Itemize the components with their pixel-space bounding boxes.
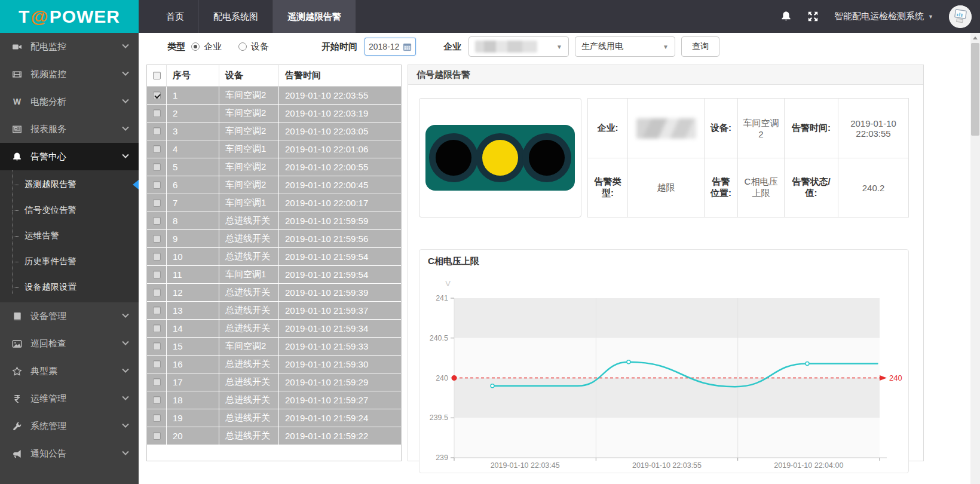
caret-down-icon: ▼ bbox=[663, 44, 669, 50]
logo-text-prefix: T bbox=[19, 7, 30, 27]
cell-device: 车间空调1 bbox=[219, 140, 278, 158]
table-row[interactable]: 11车间空调12019-01-10 21:59:54 bbox=[147, 266, 401, 283]
table-row[interactable]: 18总进线开关2019-01-10 21:59:27 bbox=[147, 391, 401, 409]
brand-logo[interactable]: T@POWER bbox=[0, 0, 139, 33]
sidebar-subitem-1[interactable]: 信号变位告警 bbox=[0, 197, 139, 223]
table-row[interactable]: 7车间空调12019-01-10 22:00:17 bbox=[147, 194, 401, 212]
scrollbar-thumb[interactable] bbox=[971, 43, 979, 136]
cell-no: 3 bbox=[166, 122, 219, 140]
system-title-label: 智能配电运检检测系统 bbox=[834, 11, 924, 22]
sidebar-subitem-3[interactable]: 历史事件告警 bbox=[0, 249, 139, 274]
sidebar-item-1[interactable]: 视频监控 bbox=[0, 60, 139, 88]
row-checkbox[interactable] bbox=[153, 432, 161, 440]
cell-time: 2019-01-10 21:59:24 bbox=[278, 409, 401, 427]
table-row[interactable]: 4车间空调12019-01-10 22:01:06 bbox=[147, 140, 401, 158]
table-row[interactable]: 19总进线开关2019-01-10 21:59:24 bbox=[147, 409, 401, 427]
sidebar-item-4[interactable]: 告警中心 bbox=[0, 143, 139, 170]
caret-down-icon: ▼ bbox=[556, 44, 562, 50]
row-checkbox[interactable] bbox=[153, 324, 161, 332]
sidebar-item-6[interactable]: 巡回检查 bbox=[0, 330, 139, 357]
row-checkbox[interactable] bbox=[153, 145, 161, 153]
film-icon bbox=[12, 69, 23, 79]
vertical-scrollbar[interactable] bbox=[970, 33, 980, 484]
svg-text:239: 239 bbox=[436, 454, 448, 462]
table-row[interactable]: 14总进线开关2019-01-10 21:59:34 bbox=[147, 320, 401, 337]
table-row[interactable]: 2车间空调22019-01-10 22:03:19 bbox=[147, 105, 401, 122]
table-row[interactable]: 8总进线开关2019-01-10 21:59:59 bbox=[147, 212, 401, 229]
calendar-icon[interactable] bbox=[403, 42, 412, 51]
row-checkbox[interactable] bbox=[153, 199, 161, 207]
traffic-lamp-left bbox=[429, 133, 478, 182]
chevron-down-icon bbox=[122, 394, 128, 400]
sidebar-item-label: 典型票 bbox=[30, 366, 57, 377]
table-row[interactable]: 16总进线开关2019-01-10 21:59:30 bbox=[147, 356, 401, 373]
sidebar-subitem-4[interactable]: 设备越限设置 bbox=[0, 274, 139, 300]
row-checkbox[interactable] bbox=[153, 396, 161, 404]
row-checkbox[interactable] bbox=[153, 307, 161, 314]
table-row[interactable]: 3车间空调22019-01-10 22:03:05 bbox=[147, 122, 401, 140]
cell-no: 13 bbox=[166, 302, 219, 319]
info-device-value: 车间空调2 bbox=[737, 99, 784, 158]
sidebar-subitem-label: 信号变位告警 bbox=[24, 204, 76, 216]
row-checkbox[interactable] bbox=[153, 235, 161, 243]
sidebar-item-5[interactable]: 设备管理 bbox=[0, 302, 139, 330]
cell-time: 2019-01-10 21:59:56 bbox=[278, 230, 401, 247]
table-row[interactable]: 6车间空调22019-01-10 22:00:45 bbox=[147, 176, 401, 194]
table-row[interactable]: 12总进线开关2019-01-10 21:59:39 bbox=[147, 284, 401, 301]
info-type-label: 告警类型: bbox=[588, 158, 627, 217]
sidebar-item-0[interactable]: 配电监控 bbox=[0, 33, 139, 60]
table-row[interactable]: 1车间空调22019-01-10 22:03:55 bbox=[147, 87, 401, 104]
sidebar-item-9[interactable]: 系统管理 bbox=[0, 412, 139, 440]
nav-tab-2[interactable]: 遥测越限告警 bbox=[272, 0, 356, 33]
query-button[interactable]: 查询 bbox=[681, 36, 719, 57]
row-checkbox[interactable] bbox=[153, 127, 161, 135]
info-time-label: 告警时间: bbox=[784, 99, 838, 158]
nav-tab-0[interactable]: 首页 bbox=[152, 0, 198, 33]
sidebar-subitem-0[interactable]: 遥测越限告警 bbox=[0, 171, 139, 197]
user-avatar[interactable] bbox=[949, 5, 972, 28]
cell-device: 车间空调2 bbox=[219, 122, 278, 140]
cell-no: 2 bbox=[166, 105, 219, 122]
row-checkbox[interactable] bbox=[153, 109, 161, 117]
table-row[interactable]: 17总进线开关2019-01-10 21:59:29 bbox=[147, 373, 401, 391]
row-checkbox[interactable] bbox=[153, 253, 161, 261]
table-row[interactable]: 20总进线开关2019-01-10 21:59:22 bbox=[147, 427, 401, 445]
row-checkbox[interactable] bbox=[153, 414, 161, 422]
table-row[interactable]: 13总进线开关2019-01-10 21:59:37 bbox=[147, 302, 401, 319]
row-checkbox[interactable] bbox=[153, 181, 161, 189]
table-row[interactable]: 9总进线开关2019-01-10 21:59:56 bbox=[147, 230, 401, 247]
select-all-checkbox[interactable] bbox=[153, 72, 161, 79]
sidebar-item-2[interactable]: W电能分析 bbox=[0, 88, 139, 115]
chart-title: C相电压上限 bbox=[419, 250, 908, 267]
row-checkbox[interactable] bbox=[153, 91, 161, 99]
table-row[interactable]: 10总进线开关2019-01-10 21:59:54 bbox=[147, 248, 401, 265]
sidebar-item-3[interactable]: 报表服务 bbox=[0, 115, 139, 143]
radio-option-device[interactable]: 设备 bbox=[238, 41, 269, 53]
radio-option-enterprise[interactable]: 企业 bbox=[191, 41, 222, 53]
sidebar-subitem-2[interactable]: 运维告警 bbox=[0, 223, 139, 249]
cell-time: 2019-01-10 22:00:45 bbox=[278, 176, 401, 194]
svg-text:241: 241 bbox=[436, 294, 448, 302]
line-select[interactable]: 生产线用电 ▼ bbox=[575, 36, 675, 57]
nav-tab-1[interactable]: 配电系统图 bbox=[198, 0, 272, 33]
table-row[interactable]: 15车间空调22019-01-10 21:59:33 bbox=[147, 338, 401, 355]
start-time-input[interactable]: 2018-12 bbox=[365, 38, 416, 56]
row-checkbox[interactable] bbox=[153, 360, 161, 368]
sidebar-item-8[interactable]: 运维管理 bbox=[0, 385, 139, 412]
row-checkbox[interactable] bbox=[153, 289, 161, 296]
cell-no: 17 bbox=[166, 373, 219, 391]
fullscreen-expand-icon[interactable] bbox=[807, 11, 819, 22]
row-checkbox[interactable] bbox=[153, 271, 161, 278]
notification-bell-icon[interactable] bbox=[780, 11, 792, 22]
sidebar-item-10[interactable]: 通知公告 bbox=[0, 440, 139, 467]
enterprise-select[interactable]: ▼ bbox=[468, 36, 569, 57]
row-checkbox[interactable] bbox=[153, 217, 161, 225]
sidebar-item-7[interactable]: 典型票 bbox=[0, 357, 139, 385]
scroll-up-arrow-icon[interactable] bbox=[970, 33, 980, 42]
svg-text:2019-01-10 22:04:00: 2019-01-10 22:04:00 bbox=[774, 461, 843, 470]
row-checkbox[interactable] bbox=[153, 163, 161, 171]
table-row[interactable]: 5车间空调22019-01-10 22:00:55 bbox=[147, 158, 401, 176]
system-title-dropdown[interactable]: 智能配电运检检测系统 ▼ bbox=[834, 11, 933, 22]
row-checkbox[interactable] bbox=[153, 342, 161, 350]
row-checkbox[interactable] bbox=[153, 378, 161, 386]
